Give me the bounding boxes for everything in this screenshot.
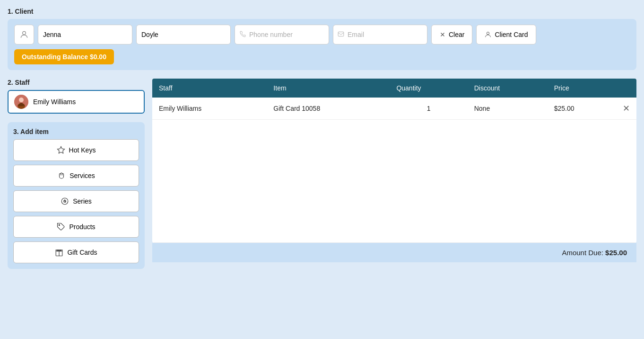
- staff-selector-button[interactable]: Emily Williams: [8, 90, 145, 114]
- remove-row-button[interactable]: ✕: [623, 103, 630, 114]
- gift-cards-label: Gift Cards: [67, 249, 97, 256]
- svg-point-4: [487, 32, 489, 35]
- staff-section-label: 2. Staff: [8, 79, 145, 86]
- series-icon: [61, 197, 69, 205]
- svg-point-0: [23, 31, 26, 35]
- services-label: Services: [70, 172, 95, 179]
- add-item-grid: Hot Keys Services Series: [13, 139, 139, 263]
- products-label: Products: [69, 223, 95, 231]
- row-staff: Emily Williams: [152, 98, 267, 120]
- series-label: Series: [73, 197, 92, 205]
- client-section: Clear Client Card Outstanding Balance $0…: [8, 19, 636, 70]
- hot-keys-button[interactable]: Hot Keys: [13, 139, 139, 161]
- col-item: Item: [267, 79, 390, 98]
- amount-due-label: Amount Due:: [562, 249, 603, 257]
- first-name-input[interactable]: [38, 25, 132, 45]
- email-wrapper: [333, 25, 427, 45]
- col-quantity: Quantity: [390, 79, 467, 98]
- svg-marker-8: [57, 147, 64, 153]
- client-icon: [14, 25, 34, 45]
- main-layout: 2. Staff Emily Williams 3. Add item: [8, 79, 636, 269]
- staff-section: 2. Staff Emily Williams: [8, 79, 145, 114]
- row-action: ✕: [616, 98, 636, 120]
- gift-icon: [55, 248, 63, 257]
- svg-point-6: [19, 98, 24, 102]
- gift-cards-button[interactable]: Gift Cards: [13, 241, 139, 263]
- col-price: Price: [548, 79, 616, 98]
- series-button[interactable]: Series: [13, 190, 139, 212]
- staff-avatar: [14, 95, 28, 109]
- invoice-table: Staff Item Quantity Discount Price Emily…: [152, 79, 636, 243]
- phone-wrapper: [235, 25, 329, 45]
- hand-icon: [57, 171, 66, 180]
- avatar-image: [14, 95, 28, 109]
- client-section-label: 1. Client: [8, 8, 636, 15]
- x-icon: [439, 31, 446, 38]
- last-name-input[interactable]: [136, 25, 231, 45]
- phone-input[interactable]: [235, 25, 329, 45]
- table-row: Emily Williams Gift Card 10058 1 None $2…: [152, 98, 636, 120]
- outstanding-balance-button[interactable]: Outstanding Balance $0.00: [14, 49, 114, 64]
- client-card-label: Client Card: [495, 31, 528, 38]
- table-spacer-row: [152, 120, 636, 243]
- col-action: [616, 79, 636, 98]
- products-button[interactable]: Products: [13, 216, 139, 238]
- col-staff: Staff: [152, 79, 267, 98]
- right-panel: Staff Item Quantity Discount Price Emily…: [152, 79, 636, 262]
- hot-keys-label: Hot Keys: [69, 146, 96, 154]
- person-card-icon: [484, 31, 492, 38]
- add-item-section-label: 3. Add item: [13, 128, 139, 135]
- client-card-button[interactable]: Client Card: [476, 25, 536, 45]
- row-item: Gift Card 10058: [267, 98, 390, 120]
- add-item-section: 3. Add item Hot Keys Services: [8, 122, 145, 269]
- star-icon: [57, 146, 65, 154]
- services-button[interactable]: Services: [13, 165, 139, 187]
- row-quantity: 1: [390, 98, 467, 120]
- invoice-table-wrapper: Staff Item Quantity Discount Price Emily…: [152, 79, 636, 243]
- left-panel: 2. Staff Emily Williams 3. Add item: [8, 79, 145, 269]
- row-discount: None: [468, 98, 548, 120]
- row-price: $25.00: [548, 98, 616, 120]
- clear-button[interactable]: Clear: [431, 25, 472, 45]
- staff-name: Emily Williams: [33, 98, 76, 106]
- email-input[interactable]: [333, 25, 427, 45]
- col-discount: Discount: [468, 79, 548, 98]
- outstanding-balance-label: Outstanding Balance $0.00: [22, 53, 106, 61]
- clear-label: Clear: [449, 31, 464, 38]
- table-header-row: Staff Item Quantity Discount Price: [152, 79, 636, 98]
- amount-due-value: $25.00: [605, 249, 627, 257]
- svg-point-11: [59, 224, 60, 225]
- invoice-footer: Amount Due: $25.00: [152, 243, 636, 262]
- tag-icon: [57, 223, 65, 231]
